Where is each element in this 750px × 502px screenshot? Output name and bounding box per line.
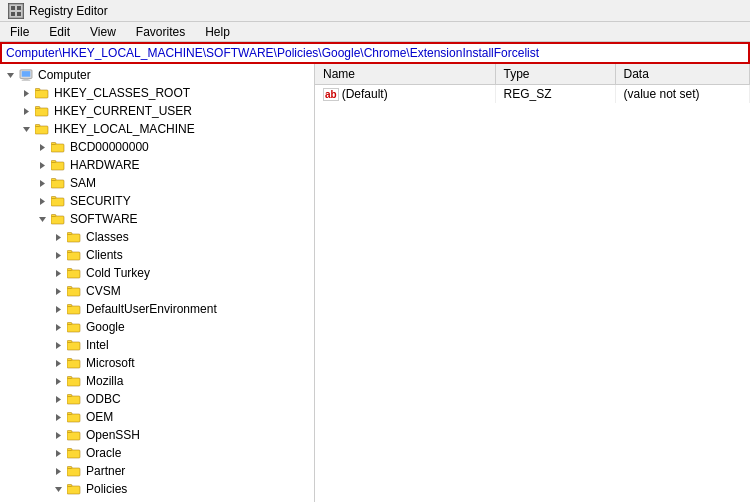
expand-btn-hardware[interactable]	[34, 157, 50, 173]
tree-item-oracle[interactable]: Oracle	[0, 444, 314, 462]
svg-rect-8	[23, 78, 28, 79]
svg-rect-14	[35, 89, 40, 91]
title-bar: Registry Editor	[0, 0, 750, 22]
tree-item-microsoft[interactable]: Microsoft	[0, 354, 314, 372]
tree-item-hkcu[interactable]: HKEY_CURRENT_USER	[0, 102, 314, 120]
menu-item-favorites[interactable]: Favorites	[130, 23, 191, 41]
expand-btn-software[interactable]	[34, 211, 50, 227]
expand-btn-oracle[interactable]	[50, 445, 66, 461]
tree-item-cvsm[interactable]: CVSM	[0, 282, 314, 300]
expand-btn-mozilla[interactable]	[50, 373, 66, 389]
tree-item-google[interactable]: Google	[0, 318, 314, 336]
svg-rect-56	[67, 252, 80, 260]
expand-btn-defaultuserenv[interactable]	[50, 301, 66, 317]
tree-item-defaultuserenv[interactable]: DefaultUserEnvironment	[0, 300, 314, 318]
tree-item-openssh[interactable]: OpenSSH	[0, 426, 314, 444]
tree-label-software: SOFTWARE	[68, 212, 138, 226]
col-name-header: Name	[315, 64, 495, 84]
tree-item-mozilla[interactable]: Mozilla	[0, 372, 314, 390]
menu-item-view[interactable]: View	[84, 23, 122, 41]
svg-rect-69	[67, 287, 72, 289]
cell-type: REG_SZ	[495, 84, 615, 103]
address-bar[interactable]: Computer\HKEY_LOCAL_MACHINE\SOFTWARE\Pol…	[0, 42, 750, 64]
tree-item-computer[interactable]: Computer	[0, 66, 314, 84]
folder-icon-google	[66, 320, 82, 334]
tree-item-hardware[interactable]: HARDWARE	[0, 156, 314, 174]
svg-marker-115	[56, 468, 61, 475]
svg-rect-99	[67, 395, 72, 397]
col-data-header: Data	[615, 64, 750, 84]
folder-icon-defaultuserenv	[66, 302, 82, 316]
table-row[interactable]: ab(Default)REG_SZ(value not set)	[315, 84, 750, 103]
svg-rect-89	[67, 359, 72, 361]
svg-rect-66	[67, 288, 80, 296]
folder-icon-hardware	[50, 158, 66, 172]
expand-btn-odbc[interactable]	[50, 391, 66, 407]
svg-rect-3	[11, 12, 15, 16]
expand-btn-oem[interactable]	[50, 409, 66, 425]
svg-rect-81	[67, 342, 80, 350]
expand-btn-partner[interactable]	[50, 463, 66, 479]
svg-rect-11	[35, 90, 48, 98]
svg-marker-105	[56, 432, 61, 439]
svg-rect-106	[67, 432, 80, 440]
tree-item-clients[interactable]: Clients	[0, 246, 314, 264]
tree-label-hklm: HKEY_LOCAL_MACHINE	[52, 122, 195, 136]
expand-btn-security[interactable]	[34, 193, 50, 209]
expand-btn-policies[interactable]	[50, 481, 66, 497]
folder-icon-oem	[66, 410, 82, 424]
tree-label-policies: Policies	[84, 482, 127, 496]
menu-item-help[interactable]: Help	[199, 23, 236, 41]
folder-icon-clients	[66, 248, 82, 262]
tree-label-oracle: Oracle	[84, 446, 121, 460]
tree-item-security[interactable]: SECURITY	[0, 192, 314, 210]
svg-rect-31	[51, 162, 64, 170]
tree-item-hkcr[interactable]: HKEY_CLASSES_ROOT	[0, 84, 314, 102]
svg-rect-59	[67, 251, 72, 253]
expand-btn-intel[interactable]	[50, 337, 66, 353]
expand-btn-microsoft[interactable]	[50, 355, 66, 371]
folder-icon-bcd	[50, 140, 66, 154]
tree-item-coldturkey[interactable]: Cold Turkey	[0, 264, 314, 282]
tree-item-intel[interactable]: Intel	[0, 336, 314, 354]
tree-item-policies[interactable]: Policies	[0, 480, 314, 498]
tree-label-hkcr: HKEY_CLASSES_ROOT	[52, 86, 190, 100]
tree-panel[interactable]: Computer HKEY_CLASSES_ROOT HKEY_CURRENT_…	[0, 64, 315, 502]
expand-btn-openssh[interactable]	[50, 427, 66, 443]
tree-label-hkcu: HKEY_CURRENT_USER	[52, 104, 192, 118]
tree-item-odbc[interactable]: ODBC	[0, 390, 314, 408]
svg-marker-70	[56, 306, 61, 313]
menu-item-file[interactable]: File	[4, 23, 35, 41]
tree-item-pol-google[interactable]: Google	[0, 498, 314, 502]
app-icon	[8, 3, 24, 19]
svg-rect-61	[67, 270, 80, 278]
tree-item-sam[interactable]: SAM	[0, 174, 314, 192]
svg-rect-51	[67, 234, 80, 242]
svg-rect-96	[67, 396, 80, 404]
folder-icon-intel	[66, 338, 82, 352]
svg-rect-29	[51, 143, 56, 145]
tree-item-hklm[interactable]: HKEY_LOCAL_MACHINE	[0, 120, 314, 138]
svg-marker-5	[7, 73, 14, 78]
expand-btn-coldturkey[interactable]	[50, 265, 66, 281]
tree-item-software[interactable]: SOFTWARE	[0, 210, 314, 228]
svg-marker-40	[40, 198, 45, 205]
expand-btn-sam[interactable]	[34, 175, 50, 191]
svg-rect-64	[67, 269, 72, 271]
expand-btn-classes[interactable]	[50, 229, 66, 245]
expand-btn-cvsm[interactable]	[50, 283, 66, 299]
tree-item-bcd[interactable]: BCD00000000	[0, 138, 314, 156]
tree-item-classes[interactable]: Classes	[0, 228, 314, 246]
expand-btn-hkcr[interactable]	[18, 85, 34, 101]
expand-btn-bcd[interactable]	[34, 139, 50, 155]
tree-item-partner[interactable]: Partner	[0, 462, 314, 480]
expand-btn-hklm[interactable]	[18, 121, 34, 137]
menu-item-edit[interactable]: Edit	[43, 23, 76, 41]
tree-item-oem[interactable]: OEM	[0, 408, 314, 426]
expand-btn-hkcu[interactable]	[18, 103, 34, 119]
folder-icon-security	[50, 194, 66, 208]
expand-btn-computer[interactable]	[2, 67, 18, 83]
folder-icon-hklm	[34, 122, 50, 136]
expand-btn-clients[interactable]	[50, 247, 66, 263]
expand-btn-google[interactable]	[50, 319, 66, 335]
